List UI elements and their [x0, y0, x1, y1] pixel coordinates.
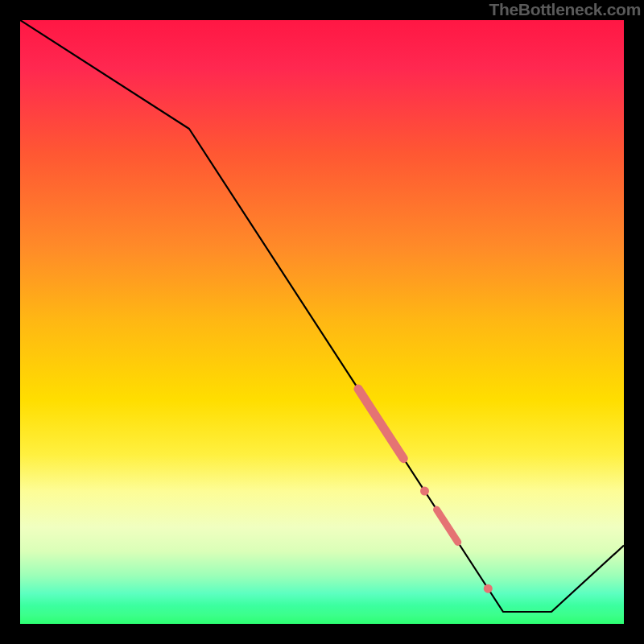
marker-dot: [420, 487, 429, 496]
marker-segment: [437, 510, 458, 542]
plot-area: [20, 20, 624, 624]
chart-svg: [20, 20, 624, 624]
chart-container: TheBottleneck.com: [0, 0, 644, 644]
line-series: [20, 20, 624, 612]
marker-segment: [358, 389, 403, 459]
main-line: [20, 20, 624, 612]
watermark-text: TheBottleneck.com: [489, 0, 641, 19]
marker-dot: [484, 584, 493, 593]
marker-overlay: [358, 389, 493, 593]
